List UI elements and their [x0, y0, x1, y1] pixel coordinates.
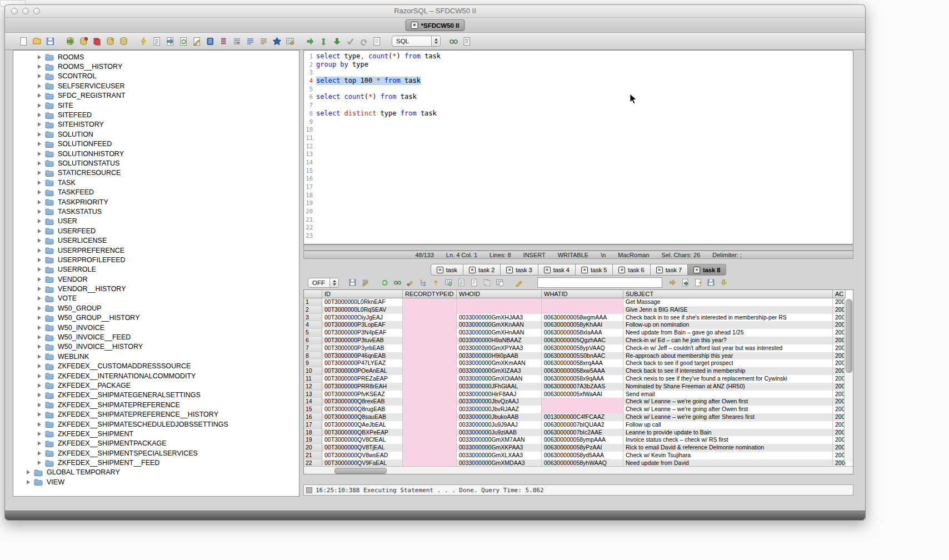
grid-cell-whoid[interactable]: 0033000000JbvQzAAJ [457, 398, 542, 406]
sidebar-item-vendor[interactable]: VENDOR [13, 274, 299, 284]
grid-cell-whatid[interactable]: 006300000058wgmAAA [542, 314, 623, 322]
tab-close-icon[interactable]: × [544, 267, 551, 273]
grid-cell-whoid[interactable] [457, 298, 542, 306]
grid-cell-id[interactable]: 00T3000000QV8wsEAD [322, 452, 403, 459]
grid-cell-whoid[interactable]: 0033000000H9aNBAAZ [457, 337, 542, 344]
view-row-icon[interactable] [393, 278, 402, 287]
grid-cell-recordtypeid[interactable] [403, 367, 457, 375]
view-log-icon[interactable] [372, 36, 382, 46]
find-next-icon[interactable] [668, 278, 677, 287]
grid-cell-subject[interactable]: Send email [623, 391, 833, 398]
grid-cell-id[interactable]: 00T3000000QV8TjEAL [322, 444, 403, 452]
tab-close-icon[interactable]: × [581, 267, 588, 273]
format-sql-icon[interactable] [258, 36, 268, 46]
select-columns-icon[interactable] [152, 36, 162, 46]
sidebar-item-sitehistory[interactable]: SITEHISTORY [13, 120, 299, 129]
grid-cell-subject[interactable]: Give Jenn a BIG RAISE [623, 306, 833, 314]
sidebar-item-zkfedex-internationalcommodity[interactable]: ZKFEDEX__INTERNATIONALCOMMODITY [13, 371, 299, 381]
column-header-rownum[interactable] [304, 290, 322, 298]
copy-results-icon[interactable] [482, 278, 492, 287]
disclosure-triangle-icon[interactable] [38, 74, 41, 78]
grid-cell-subject[interactable]: Nominated by Shane Freeman at ANZ (HR50) [623, 383, 833, 391]
grid-cell-subject[interactable]: Check back in to see if she's interested… [623, 314, 833, 322]
sidebar-item-zkfedex-customaddresssource[interactable]: ZKFEDEX__CUSTOMADDRESSSOURCE [13, 362, 299, 371]
grid-cell-recordtypeid[interactable] [403, 421, 457, 429]
sidebar-item-w50-invoice[interactable]: W50_INVOICE [13, 323, 299, 332]
filter-results-icon[interactable] [361, 278, 370, 287]
grid-cell-subject[interactable]: Check w/ Kevin Tsujihara [623, 452, 833, 459]
grid-cell-whoid[interactable]: 0033000000JbukoAAB [457, 413, 542, 421]
grid-cell-whatid[interactable]: 006300000058yPzAAI [542, 444, 623, 452]
grid-cell-whoid[interactable]: 0033000000HirF8AAJ [457, 391, 542, 398]
grid-cell-whoid[interactable]: 0033000000Ju9J9AAJ [457, 421, 542, 429]
grid-row[interactable]: 1200T3000000PRR8rEAH0033000000JFhGlAAL00… [304, 383, 853, 391]
grid-row[interactable]: 500T3000000P3N4pEAF0033000000GmXHnAAN006… [304, 329, 853, 337]
execute-sql-icon[interactable] [138, 36, 148, 46]
export-results-icon[interactable] [681, 278, 690, 287]
grid-row[interactable]: 1100T3000000PREZaEAP0033000000GmXOiAAN00… [304, 375, 853, 383]
grid-row[interactable]: 1700T3000000QAeJbEAL0033000000Ju9J9AAJ00… [304, 421, 853, 429]
sidebar-item-w50-group-history[interactable]: W50_GROUP__HISTORY [13, 313, 299, 323]
sidebar-item-solution[interactable]: SOLUTION [13, 129, 299, 139]
results-tab-task-7[interactable]: ×task 7 [651, 264, 688, 276]
grid-cell-recordtypeid[interactable] [403, 375, 457, 383]
sidebar-item-userfeed[interactable]: USERFEED [13, 226, 299, 236]
copy-table-icon[interactable] [495, 278, 505, 287]
grid-cell-id[interactable]: 00T3000000POeAnEAL [322, 367, 403, 375]
column-header-id[interactable]: ID [322, 290, 403, 298]
grid-cell-subject[interactable]: Follow up call [623, 421, 833, 429]
grid-cell-subject[interactable]: Check w/ Leanne – we're going after Owen… [623, 406, 833, 413]
grid-cell-id[interactable]: 00T3000000QAeJbEAL [322, 421, 403, 429]
disclosure-triangle-icon[interactable] [38, 142, 41, 146]
disclosure-triangle-icon[interactable] [38, 326, 41, 330]
grid-cell-recordtypeid[interactable] [403, 352, 457, 360]
disclosure-triangle-icon[interactable] [38, 64, 41, 69]
disclosure-triangle-icon[interactable] [38, 132, 41, 137]
sidebar-item-w50-group[interactable]: W50_GROUP [13, 303, 299, 313]
sidebar-item-staticresource[interactable]: STATICRESOURCE [13, 168, 299, 178]
sidebar-item-zkfedex-shipment-feed[interactable]: ZKFEDEX__SHIPMENT__FEED [13, 458, 299, 467]
grid-cell-recordtypeid[interactable] [403, 314, 457, 322]
grid-cell-whatid[interactable]: 00630000005xfWaAAI [542, 391, 623, 398]
sidebar-item-selfserviceuser[interactable]: SELFSERVICEUSER [13, 81, 299, 91]
go-forward-icon[interactable] [305, 36, 315, 46]
grid-cell-whatid[interactable]: 006300000058yKhAAI [542, 321, 623, 329]
grid-cell-whatid[interactable]: 0013000000C4fFCAAZ [542, 413, 623, 421]
disclosure-triangle-icon[interactable] [38, 451, 41, 456]
sidebar-item-solutionstatus[interactable]: SOLUTIONSTATUS [13, 158, 299, 168]
disclosure-triangle-icon[interactable] [38, 393, 41, 397]
sidebar-item-userprofilefeed[interactable]: USERPROFILEFEED [13, 255, 299, 264]
sidebar-item-sfdc-registrant[interactable]: SFDC_REGISTRANT [13, 91, 299, 101]
editor-horizontal-scrollbar[interactable] [303, 244, 853, 251]
grid-row[interactable]: 1500T3000000Q8rugEAB0033000000JbvRJAAZCh… [304, 406, 853, 413]
grid-cell-recordtypeid[interactable] [403, 337, 457, 344]
sidebar-item-global-temporary[interactable]: GLOBAL TEMPORARY [13, 468, 299, 477]
grid-row[interactable]: 600T3000000P3tuvEAB0033000000H9aNBAAZ006… [304, 337, 853, 344]
grid-row[interactable]: 1800T3000000QBXPeEAP0033000000Ju9zlAAB00… [304, 429, 853, 437]
disclosure-triangle-icon[interactable] [38, 181, 41, 185]
tab-close-icon[interactable]: × [437, 267, 443, 273]
grid-cell-recordtypeid[interactable] [403, 344, 457, 352]
sidebar-item-view[interactable]: VIEW [13, 477, 299, 487]
commit-icon[interactable] [345, 36, 355, 46]
grid-cell-whatid[interactable] [542, 306, 623, 314]
grid-cell-id[interactable]: 00T3000000P3tuvEAB [322, 337, 403, 344]
database-object-tree[interactable]: ROOMSROOMS__HISTORYSCONTROLSELFSERVICEUS… [13, 50, 299, 497]
sidebar-item-zkfedex-shipmatepreference-history[interactable]: ZKFEDEX__SHIPMATEPREFERENCE__HISTORY [13, 409, 299, 419]
disclosure-triangle-icon[interactable] [38, 335, 41, 339]
grid-cell-id[interactable]: 00T3000000L0RqSEAV [322, 306, 403, 314]
disclosure-triangle-icon[interactable] [38, 364, 41, 368]
sidebar-item-task[interactable]: TASK [13, 178, 299, 187]
disclosure-triangle-icon[interactable] [38, 122, 41, 127]
column-header-whatid[interactable]: WHATID [542, 290, 623, 298]
grid-cell-whatid[interactable]: 006300000058yd5AAA [542, 452, 623, 459]
disclosure-triangle-icon[interactable] [38, 103, 41, 108]
grid-cell-subject[interactable]: Re-approach about membership this year [623, 352, 833, 360]
grid-cell-recordtypeid[interactable] [403, 329, 457, 337]
column-header-recordtypeid[interactable]: RECORDTYPEID [403, 290, 457, 298]
view-text-icon[interactable] [469, 278, 479, 287]
column-list-icon[interactable] [218, 36, 228, 46]
tab-close-icon[interactable]: × [618, 267, 625, 273]
grid-cell-id[interactable]: 00T3000000P3yrbEAB [322, 344, 403, 352]
sidebar-item-solutionhistory[interactable]: SOLUTIONHISTORY [13, 149, 299, 158]
